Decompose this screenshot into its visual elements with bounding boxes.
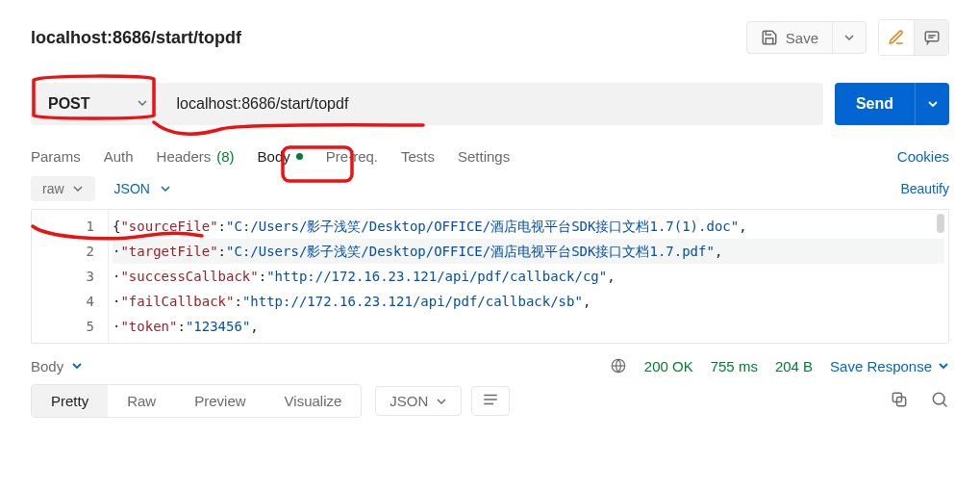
tab-headers-label: Headers (157, 148, 212, 165)
body-format-select[interactable]: JSON (114, 181, 171, 196)
beautify-link[interactable]: Beautify (900, 181, 949, 196)
response-view-pretty[interactable]: Pretty (32, 385, 108, 417)
editor-scrollbar[interactable] (937, 214, 944, 233)
chevron-down-icon (938, 360, 949, 372)
request-tabs-row: Params Auth Headers (8) Body Pre-req. Te… (31, 144, 949, 168)
response-status: 200 OK (644, 358, 693, 374)
chevron-down-icon (72, 183, 84, 194)
body-type-value: raw (42, 181, 64, 196)
comment-icon (923, 29, 941, 46)
cookies-link[interactable]: Cookies (897, 148, 949, 165)
request-tabs: Params Auth Headers (8) Body Pre-req. Te… (31, 144, 510, 168)
response-view-preview[interactable]: Preview (175, 385, 264, 417)
copy-icon (890, 390, 909, 409)
wrap-icon (482, 393, 499, 406)
response-tabs-right (890, 390, 949, 412)
response-status-row: Body 200 OK 755 ms 204 B Save Response (31, 357, 949, 374)
edit-button[interactable] (879, 20, 914, 55)
response-view-raw[interactable]: Raw (108, 385, 175, 417)
editor-code[interactable]: {"sourceFile":"C:/Users/影子浅笑/Desktop/OFF… (109, 210, 948, 343)
save-response-label: Save Response (830, 358, 932, 374)
response-body-tab[interactable]: Body (31, 358, 83, 374)
response-meta: 200 OK 755 ms 204 B Save Response (610, 357, 949, 374)
url-input[interactable] (162, 83, 823, 125)
svg-point-10 (933, 393, 944, 404)
header-icon-group (878, 19, 949, 56)
tab-body[interactable]: Body (258, 144, 303, 168)
method-url-wrap: POST (31, 83, 823, 125)
save-options-chevron[interactable] (833, 22, 866, 53)
active-dot-icon (296, 153, 303, 160)
editor-gutter: 12345 (32, 210, 109, 343)
request-row: POST Send (31, 83, 949, 125)
save-button-group: Save (746, 21, 867, 54)
response-format-value: JSON (389, 393, 428, 409)
save-icon (761, 29, 778, 46)
body-type-select[interactable]: raw (31, 176, 95, 201)
response-tabs-left: Pretty Raw Preview Visualize JSON (31, 384, 510, 418)
svg-rect-0 (925, 32, 939, 41)
response-time: 755 ms (711, 358, 758, 374)
tab-tests[interactable]: Tests (401, 144, 435, 168)
response-size: 204 B (775, 358, 813, 374)
request-title: localhost:8686/start/topdf (31, 28, 241, 48)
tab-prereq[interactable]: Pre-req. (326, 144, 378, 168)
response-view-segments: Pretty Raw Preview Visualize (31, 384, 362, 418)
tab-headers-count: (8) (216, 148, 234, 165)
chevron-down-icon (436, 396, 447, 407)
tab-params[interactable]: Params (31, 144, 81, 168)
send-button[interactable]: Send (835, 83, 915, 125)
tab-body-label: Body (258, 148, 290, 165)
body-format-value: JSON (114, 181, 150, 196)
chevron-down-icon (137, 95, 148, 113)
line-wrap-button[interactable] (471, 386, 510, 416)
save-response-button[interactable]: Save Response (830, 358, 949, 374)
chevron-down-icon (160, 183, 171, 194)
body-subtabs-left: raw JSON (31, 176, 171, 201)
send-options-chevron[interactable] (915, 83, 949, 125)
pencil-icon (888, 29, 905, 46)
send-button-group: Send (835, 83, 949, 125)
tab-headers[interactable]: Headers (8) (157, 144, 235, 168)
header-row: localhost:8686/start/topdf Save (31, 19, 949, 56)
copy-button[interactable] (890, 390, 909, 412)
search-button[interactable] (930, 390, 949, 412)
header-actions: Save (746, 19, 949, 56)
network-icon[interactable] (610, 357, 627, 374)
tab-auth[interactable]: Auth (104, 144, 134, 168)
response-format-select[interactable]: JSON (375, 386, 462, 416)
search-icon (930, 390, 949, 409)
method-value: POST (48, 95, 90, 113)
method-select[interactable]: POST (31, 83, 162, 125)
response-tabs-row: Pretty Raw Preview Visualize JSON (31, 384, 949, 418)
response-view-visualize[interactable]: Visualize (265, 385, 362, 417)
body-subtabs-row: raw JSON Beautify (31, 176, 949, 201)
chevron-down-icon (843, 32, 855, 43)
chevron-down-icon (71, 360, 83, 372)
svg-line-11 (942, 402, 946, 406)
body-editor[interactable]: 12345 {"sourceFile":"C:/Users/影子浅笑/Deskt… (31, 209, 949, 344)
chevron-down-icon (927, 98, 939, 110)
tab-settings[interactable]: Settings (458, 144, 510, 168)
response-body-label: Body (31, 358, 63, 374)
save-button[interactable]: Save (747, 22, 833, 53)
save-label: Save (786, 30, 818, 46)
comment-button[interactable] (914, 20, 948, 55)
